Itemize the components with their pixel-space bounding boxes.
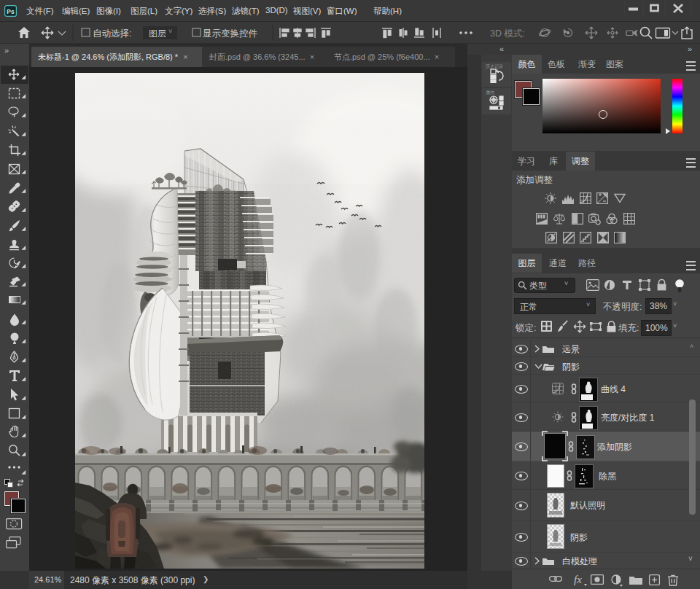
svg-text:Ps: Ps	[7, 8, 15, 15]
svg-text:fx: fx	[574, 574, 582, 585]
